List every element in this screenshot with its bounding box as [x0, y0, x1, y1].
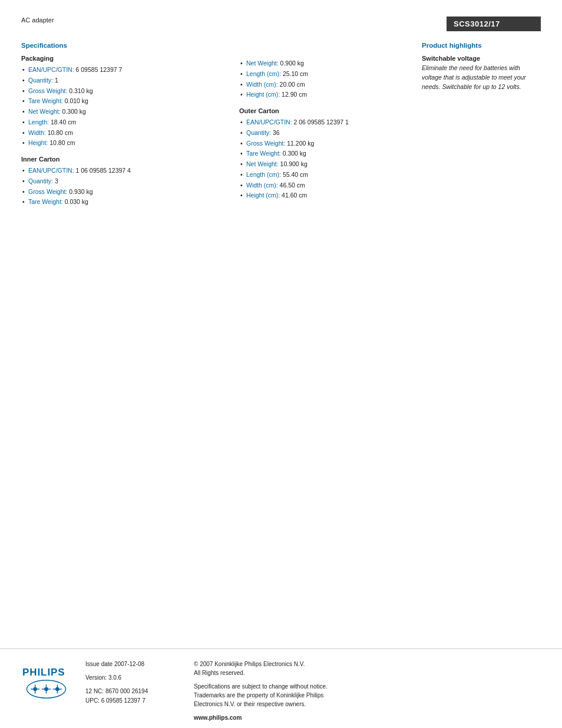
product-code: SCS3012/17 — [447, 17, 541, 31]
outer-carton-title: Outer Carton — [239, 107, 410, 114]
product-highlights-title: Product highlights — [422, 42, 541, 49]
inner-carton-list: EAN/UPC/GTIN: 1 06 09585 12397 4 Quantit… — [21, 166, 227, 207]
footer-copyright: © 2007 Koninklijke Philips Electronics N… — [194, 660, 541, 677]
list-item: EAN/UPC/GTIN: 2 06 09585 12397 1 — [239, 117, 410, 128]
list-item: Width (cm): 20.00 cm — [239, 80, 410, 90]
list-item: Quantity: 1 — [21, 75, 227, 86]
svg-text:PHILIPS: PHILIPS — [22, 667, 65, 678]
footer-meta: Issue date 2007-12-08 Version: 3.0.6 12 … — [85, 660, 180, 706]
list-item: Tare Weight: 0.030 kg — [21, 197, 227, 207]
list-item: EAN/UPC/GTIN: 1 06 09585 12397 4 — [21, 166, 227, 176]
specs-left-column: Specifications Packaging EAN/UPC/GTIN: 6… — [21, 42, 239, 648]
list-item: Width: 10.80 cm — [21, 128, 227, 139]
specifications-title: Specifications — [21, 42, 227, 49]
list-item: Net Weight: 0.900 kg — [239, 58, 410, 69]
footer-version: Version: 3.0.6 — [85, 673, 180, 682]
specs-middle-column: Net Weight: 0.900 kg Length (cm): 25.10 … — [239, 42, 422, 648]
list-item: Gross Weight: 0.310 kg — [21, 86, 227, 97]
page-footer: PHILIPS Issue date 2007-12-08 Version: 3… — [0, 648, 562, 728]
list-item: Gross Weight: 0.930 kg — [21, 187, 227, 197]
list-item: Quantity: 36 — [239, 128, 410, 139]
list-item: Tare Weight: 0.300 kg — [239, 149, 410, 159]
list-item: EAN/UPC/GTIN: 6 09585 12397 7 — [21, 65, 227, 75]
list-item: Width (cm): 46.50 cm — [239, 180, 410, 191]
list-item: Length: 18.40 cm — [21, 117, 227, 128]
list-item: Gross Weight: 11.200 kg — [239, 139, 410, 149]
outer-carton-list: EAN/UPC/GTIN: 2 06 09585 12397 1 Quantit… — [239, 117, 410, 201]
list-item: Quantity: 3 — [21, 176, 227, 187]
product-category: AC adapter — [21, 17, 54, 24]
footer-legal: © 2007 Koninklijke Philips Electronics N… — [194, 660, 541, 722]
list-item: Height (cm): 12.90 cm — [239, 90, 410, 100]
list-item: Net Weight: 0.300 kg — [21, 107, 227, 117]
footer-nc-upc: 12 NC: 8670 000 26194 UPC: 6 09585 12397… — [85, 687, 180, 706]
packaging-title: Packaging — [21, 55, 227, 62]
list-item: Height (cm): 41.60 cm — [239, 190, 410, 201]
list-item: Tare Weight: 0.010 kg — [21, 96, 227, 107]
highlight-switchable-voltage-title: Switchable voltage — [422, 55, 541, 62]
inner-carton-title: Inner Carton — [21, 156, 227, 163]
packaging-list: EAN/UPC/GTIN: 6 09585 12397 7 Quantity: … — [21, 65, 227, 149]
list-item: Length (cm): 25.10 cm — [239, 69, 410, 80]
list-item: Length (cm): 55.40 cm — [239, 170, 410, 180]
list-item: Net Weight: 10.900 kg — [239, 159, 410, 170]
footer-disclaimer: Specifications are subject to change wit… — [194, 682, 541, 709]
footer-website: www.philips.com — [194, 713, 541, 722]
list-item: Height: 10.80 cm — [21, 138, 227, 149]
footer-issue-date: Issue date 2007-12-08 — [85, 660, 180, 668]
highlight-switchable-voltage-desc: Eliminate the need for batteries with vo… — [422, 64, 541, 91]
philips-logo: PHILIPS — [21, 660, 71, 701]
product-highlights-column: Product highlights Switchable voltage El… — [422, 42, 541, 648]
packaging-continuation-list: Net Weight: 0.900 kg Length (cm): 25.10 … — [239, 58, 410, 100]
